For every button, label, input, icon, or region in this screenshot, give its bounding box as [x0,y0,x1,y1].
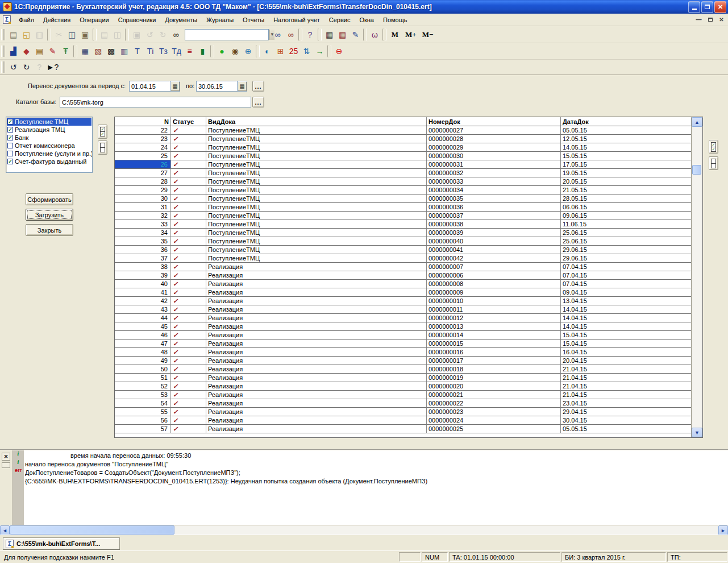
cell-status[interactable] [171,152,206,160]
table-row[interactable]: 24 ПоступлениеТМЦ 0000000029 14.05.15 [115,143,692,152]
cell-n[interactable]: 53 [115,391,171,399]
cell-viddoka[interactable]: ПоступлениеТМЦ [206,203,427,212]
table-row[interactable]: 31 ПоступлениеТМЦ 0000000036 06.06.15 [115,203,692,212]
cell-nomerdok[interactable]: 0000000025 [427,425,561,433]
cell-viddoka[interactable]: Реализация [206,340,427,348]
table-row[interactable]: 35 ПоступлениеТМЦ 0000000040 25.06.15 [115,237,692,246]
toolbar-grip[interactable] [1,45,5,57]
restore-button[interactable] [701,1,713,13]
cell-status[interactable] [171,220,206,229]
save-icon[interactable]: ▥ [33,28,46,41]
cell-n[interactable]: 54 [115,399,171,408]
log-collapse-button[interactable] [2,462,10,468]
cell-datadok[interactable]: 05.05.15 [561,126,692,135]
operation-input-icon[interactable]: ✎ [46,45,59,58]
scroll-down-icon[interactable]: ▼ [692,428,702,437]
sep4[interactable] [327,45,331,57]
log-close-button[interactable]: ✕ [2,453,10,461]
quick-search-input[interactable] [185,30,269,39]
table-row[interactable]: 45 Реализация 0000000013 14.04.15 [115,322,692,331]
menu-item[interactable]: Помощь [378,15,412,25]
user-monitor-icon[interactable]: ↺ [7,61,20,74]
table-row[interactable]: 29 ПоступлениеТМЦ 0000000034 21.05.15 [115,186,692,194]
scroll-left-icon[interactable]: ◄ [0,525,10,535]
account-turnover-icon[interactable]: Тд [170,45,183,58]
cell-viddoka[interactable]: Реализация [206,374,427,382]
cell-status[interactable] [171,135,206,143]
cell-nomerdok[interactable]: 0000000014 [427,331,561,340]
account-card-icon[interactable]: T [131,45,144,58]
help-icon[interactable]: ? [303,28,317,41]
cell-viddoka[interactable]: Реализация [206,365,427,374]
cell-datadok[interactable]: 14.04.15 [561,314,692,322]
cell-datadok[interactable]: 21.05.15 [561,186,692,194]
doc-type-item[interactable]: Счет-фактура выданный [7,158,91,165]
cell-status[interactable] [171,331,206,340]
calendar-picker-icon[interactable]: ▦ [170,81,180,91]
table-row[interactable]: 50 Реализация 0000000018 21.04.15 [115,365,692,374]
cell-status[interactable] [171,186,206,194]
table-row[interactable]: 47 Реализация 0000000015 15.04.15 [115,340,692,348]
cell-status[interactable] [171,357,206,365]
cell-datadok[interactable]: 29.06.15 [561,246,692,254]
column-header-status[interactable]: Статус [171,117,206,126]
table-row[interactable]: 34 ПоступлениеТМЦ 0000000039 25.06.15 [115,229,692,237]
cell-viddoka[interactable]: ПоступлениеТМЦ [206,229,427,237]
cell-n[interactable]: 56 [115,416,171,425]
quick-search-combobox[interactable]: ▼ [185,29,269,40]
cell-nomerdok[interactable]: 0000000015 [427,340,561,348]
guide-traffic-light-icon[interactable]: ● [215,45,228,58]
cell-n[interactable]: 28 [115,177,171,186]
cell-viddoka[interactable]: ПоступлениеТМЦ [206,237,427,246]
check-all-button[interactable] [98,125,107,139]
cell-datadok[interactable]: 11.06.15 [561,220,692,229]
cell-n[interactable]: 27 [115,169,171,177]
doc-type-item[interactable]: Отчет комиссионера [7,142,91,150]
cell-datadok[interactable]: 07.04.15 [561,271,692,280]
mdi-close-button[interactable]: ✕ [717,15,726,24]
cell-datadok[interactable]: 14.05.15 [561,143,692,152]
cell-datadok[interactable]: 21.04.15 [561,365,692,374]
print-preview-icon[interactable]: ◫ [111,28,124,41]
cell-nomerdok[interactable]: 0000000035 [427,194,561,203]
account-analysis-icon[interactable]: Tі [144,45,157,58]
view-icon[interactable]: ▣ [130,28,143,41]
cell-datadok[interactable]: 19.05.15 [561,169,692,177]
general-journal-icon[interactable]: ▧ [91,45,105,58]
cell-viddoka[interactable]: ПоступлениеТМЦ [206,254,427,263]
menu-item[interactable]: Налоговый учет [269,15,325,25]
table-row[interactable]: 26 ПоступлениеТМЦ 0000000031 17.05.15 [115,160,692,169]
cell-status[interactable] [171,288,206,297]
cell-datadok[interactable]: 07.04.15 [561,280,692,288]
memory-icon[interactable]: М [388,28,402,41]
subconto-analysis-icon[interactable]: Тз [157,45,170,58]
doc-type-item[interactable]: Банк [7,134,91,142]
cell-n[interactable]: 24 [115,143,171,152]
cell-n[interactable]: 34 [115,229,171,237]
minimize-button[interactable] [688,1,700,13]
table-row[interactable]: 23 ПоступлениеТМЦ 0000000028 12.05.15 [115,135,692,143]
cell-n[interactable]: 38 [115,263,171,271]
internet-monitor-icon[interactable]: ◐ [261,45,274,58]
new-document-icon[interactable]: ▤ [7,28,20,41]
cell-nomerdok[interactable]: 0000000008 [427,280,561,288]
video-presentation-icon[interactable]: ◉ [228,45,242,58]
cell-status[interactable] [171,416,206,425]
cell-status[interactable] [171,194,206,203]
cell-status[interactable] [171,340,206,348]
doc-type-item[interactable]: Поступление (услуги и пр.) [7,150,91,158]
memory-plus-icon[interactable]: М+ [402,28,419,41]
sep1[interactable] [47,28,51,41]
cell-nomerdok[interactable]: 0000000027 [427,126,561,135]
find-icon[interactable]: ∞ [169,28,182,41]
table-row[interactable]: 39 Реализация 0000000006 07.04.15 [115,271,692,280]
cell-nomerdok[interactable]: 0000000013 [427,322,561,331]
cell-n[interactable]: 43 [115,305,171,314]
cell-status[interactable] [171,348,206,357]
cell-nomerdok[interactable]: 0000000018 [427,365,561,374]
table-uncheck-all-button[interactable] [709,156,718,170]
cell-nomerdok[interactable]: 0000000016 [427,348,561,357]
table-row[interactable]: 48 Реализация 0000000016 16.04.15 [115,348,692,357]
cell-viddoka[interactable]: Реализация [206,280,427,288]
cell-n[interactable]: 33 [115,220,171,229]
